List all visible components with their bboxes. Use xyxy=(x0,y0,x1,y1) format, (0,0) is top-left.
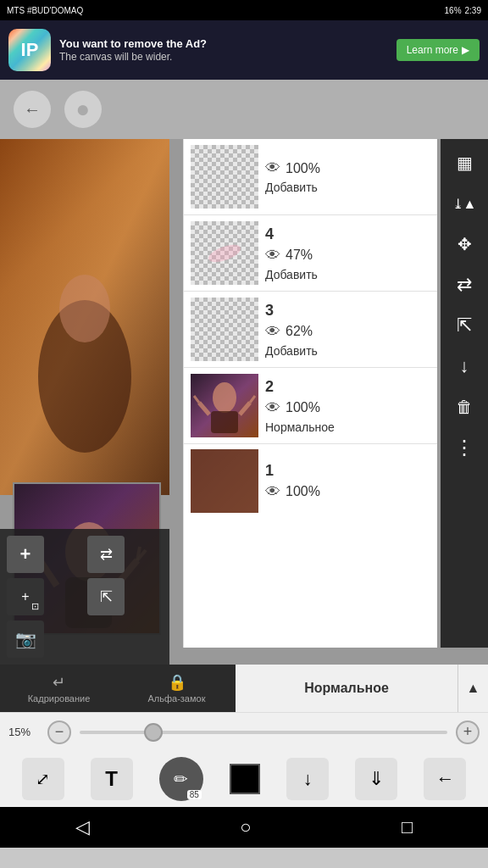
layer-opacity-text: 62% xyxy=(286,324,313,339)
circle-icon: ● xyxy=(76,96,91,123)
battery-text: 16% xyxy=(445,6,462,15)
ad-logo: IP xyxy=(8,29,51,71)
bottom-mode-bar: ↵ Кадрирование 🔒 Альфа-замок Нормальное … xyxy=(0,665,488,712)
layer-number: 1 xyxy=(265,462,430,480)
more-options-button[interactable]: ⋮ xyxy=(446,429,483,466)
svg-rect-20 xyxy=(191,449,258,513)
layer-item[interactable]: 1 👁 100% xyxy=(184,444,437,518)
layer-mode-text: Добавить xyxy=(265,344,430,358)
back-button[interactable]: ← xyxy=(14,91,51,128)
checkerboard-icon: ▦ xyxy=(457,153,473,173)
svg-rect-15 xyxy=(211,411,238,433)
svg-point-2 xyxy=(59,275,110,342)
layer-opacity-row: 👁 100% xyxy=(265,399,430,417)
layer-thumbnail xyxy=(191,145,258,209)
arrow-down-icon: ↓ xyxy=(303,768,313,790)
eye-icon[interactable]: 👁 xyxy=(265,399,280,417)
alpha-lock-button[interactable]: 🔒 Альфа-замок xyxy=(118,665,236,712)
zoom-minus-button[interactable]: − xyxy=(47,721,71,744)
eye-icon[interactable]: 👁 xyxy=(265,483,280,501)
zoom-slider-thumb[interactable] xyxy=(144,723,163,742)
android-back-button[interactable]: ◁ xyxy=(58,810,107,845)
brush-size-badge: 85 xyxy=(187,790,202,799)
layer-opacity-text: 100% xyxy=(286,161,320,176)
double-arrow-icon: ⇓ xyxy=(369,768,384,790)
flip-anim-button[interactable]: ⇄ xyxy=(87,536,125,573)
text-icon: T xyxy=(105,767,118,791)
transform-tool-button[interactable]: ⤢ xyxy=(22,758,64,800)
eye-icon[interactable]: 👁 xyxy=(265,159,280,177)
carrier-text: MTS #BUD'DOMAQ xyxy=(7,6,83,15)
back-icon: ← xyxy=(24,100,41,120)
android-recent-button[interactable]: □ xyxy=(385,810,430,845)
crop-label: Кадрирование xyxy=(28,693,91,704)
layer-opacity-text: 100% xyxy=(286,484,320,499)
layer-number: 3 xyxy=(265,302,430,320)
color-swatch-button[interactable] xyxy=(230,764,260,794)
layer-info: 1 👁 100% xyxy=(265,462,430,501)
minus-icon: − xyxy=(55,723,64,741)
eye-icon[interactable]: 👁 xyxy=(265,247,280,264)
layers-panel[interactable]: 👁 100% Добавить 4 👁 47% Добавить xyxy=(183,139,437,648)
layer-item[interactable]: 2 👁 100% Нормальное xyxy=(184,368,437,444)
layer-opacity-text: 47% xyxy=(286,248,313,263)
layer-info: 2 👁 100% Нормальное xyxy=(265,378,430,434)
camera-button[interactable]: 📷 xyxy=(7,620,44,658)
zoom-plus-button[interactable]: + xyxy=(456,721,480,744)
android-nav-bar: ◁ ○ □ xyxy=(0,807,488,848)
layer-thumbnail xyxy=(191,374,258,437)
brush-tool-button[interactable]: ✏ 85 xyxy=(159,757,203,801)
add-layer-button[interactable]: + xyxy=(7,536,44,573)
compress-button[interactable]: ⇱ xyxy=(446,307,483,344)
canvas-background xyxy=(0,139,169,495)
mode-chevron-button[interactable]: ▲ xyxy=(458,665,488,712)
layer-mode-text: Нормальное xyxy=(265,420,430,434)
layer-item[interactable]: 4 👁 47% Добавить xyxy=(184,215,437,292)
back-arrow-icon: ← xyxy=(435,768,454,790)
layer-item[interactable]: 3 👁 62% Добавить xyxy=(184,292,437,368)
layer-opacity-row: 👁 100% xyxy=(265,159,430,177)
android-home-icon: ○ xyxy=(240,816,251,837)
layer-item[interactable]: 👁 100% Добавить xyxy=(184,139,437,215)
canvas-preview[interactable] xyxy=(0,139,169,495)
back-tool-button[interactable]: ← xyxy=(424,758,466,800)
text-tool-button[interactable]: T xyxy=(91,758,133,800)
zoom-bar: 15% − + xyxy=(0,712,488,751)
layer-thumbnail xyxy=(191,221,258,285)
crop-button[interactable]: ↵ Кадрирование xyxy=(0,665,118,712)
delete-icon: 🗑 xyxy=(456,398,473,417)
checkerboard-button[interactable]: ▦ xyxy=(446,144,483,181)
import-icon: ⤓▲ xyxy=(452,196,477,212)
circle-button[interactable]: ● xyxy=(64,91,102,128)
download-button[interactable]: ↓ xyxy=(446,348,483,385)
move-down-button[interactable]: ↓ xyxy=(286,758,329,800)
delete-layer-button[interactable]: 🗑 xyxy=(446,388,483,426)
layer-number: 2 xyxy=(265,378,430,396)
android-recent-icon: □ xyxy=(402,816,413,837)
status-right: 16% 2:39 xyxy=(445,6,481,15)
layer-info: 4 👁 47% Добавить xyxy=(265,225,430,281)
add-copy-button[interactable]: + ⊡ xyxy=(7,578,44,615)
import-layer-button[interactable]: ⤓▲ xyxy=(446,185,483,222)
crop-icon: ↵ xyxy=(53,673,65,692)
main-tools-bar: ⤢ T ✏ 85 ↓ ⇓ ← xyxy=(0,751,488,807)
transform-small-button[interactable]: ⇱ xyxy=(87,578,125,615)
move-icon: ✥ xyxy=(458,234,472,254)
layer-info: 👁 100% Добавить xyxy=(265,159,430,194)
layer-mode-text: Добавить xyxy=(265,181,430,194)
flip-button[interactable]: ⇄ xyxy=(446,266,483,303)
layer-opacity-text: 100% xyxy=(286,400,320,415)
canvas-bottom-tools: + ⇄ + ⊡ ⇱ 📷 xyxy=(0,529,169,665)
main-canvas-area: + ⇄ + ⊡ ⇱ 📷 👁 100% Добавить xyxy=(0,139,488,665)
download-icon: ↓ xyxy=(460,355,469,377)
normal-mode-button[interactable]: Нормальное xyxy=(236,665,458,712)
move-down2-button[interactable]: ⇓ xyxy=(355,758,397,800)
android-home-button[interactable]: ○ xyxy=(223,810,268,845)
ad-title: You want to remove the Ad? xyxy=(59,37,388,52)
flip-icon: ⇄ xyxy=(457,274,472,296)
zoom-slider[interactable] xyxy=(80,731,447,734)
move-button[interactable]: ✥ xyxy=(446,225,483,263)
ad-banner: IP You want to remove the Ad? The canvas… xyxy=(0,20,488,80)
eye-icon[interactable]: 👁 xyxy=(265,323,280,341)
learn-more-button[interactable]: Learn more ▶ xyxy=(396,39,480,61)
